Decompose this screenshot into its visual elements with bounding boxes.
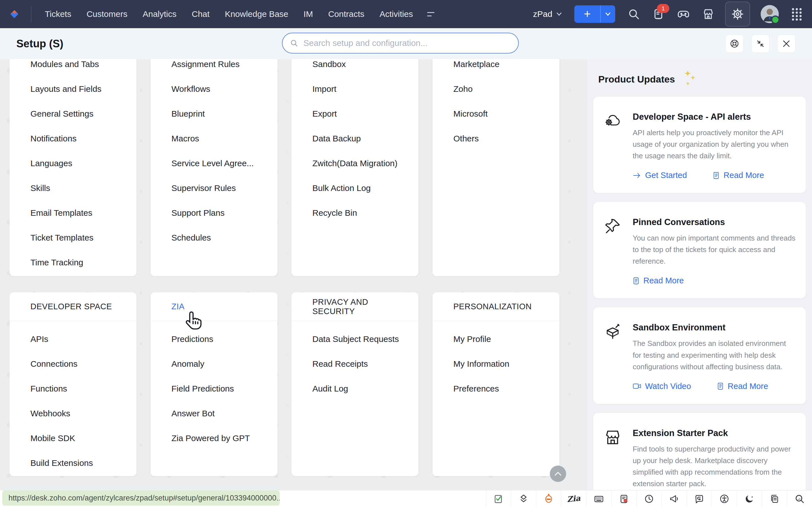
help-lifebuoy-button[interactable] [725,34,744,53]
user-avatar[interactable] [761,5,779,23]
menu-item-microsoft[interactable]: Microsoft [433,101,559,126]
menu-item-zoho[interactable]: Zoho [433,76,559,101]
menu-item-apis[interactable]: APIs [10,327,137,351]
department-selector[interactable]: zPad [533,9,562,19]
feeds-icon[interactable]: 1 [652,8,665,20]
app-window: Tickets Customers Analytics Chat Knowled… [0,0,812,507]
menu-item-my-information[interactable]: My Information [433,351,559,376]
section-header-developer-space[interactable]: DEVELOPER SPACE [10,292,137,321]
nav-tab-im[interactable]: IM [304,9,313,19]
menu-item-service-level-agreements[interactable]: Service Level Agree... [151,151,277,176]
menu-item-anomaly[interactable]: Anomaly [151,351,277,376]
menu-item-bulk-action-log[interactable]: Bulk Action Log [292,176,418,201]
nav-tab-activities[interactable]: Activities [379,9,413,19]
keyboard-icon[interactable] [586,490,611,507]
zoom-search-icon[interactable] [787,490,812,507]
setup-menu-lower-row: DEVELOPER SPACE APIs Connections Functio… [10,292,559,476]
menu-item-time-tracking[interactable]: Time Tracking [10,250,137,275]
quick-create-button[interactable]: + [574,5,615,23]
menu-item-workflows[interactable]: Workflows [151,76,277,101]
nav-tab-contracts[interactable]: Contracts [328,9,364,19]
scroll-to-top-button[interactable] [550,466,566,482]
menu-item-support-plans[interactable]: Support Plans [151,201,277,225]
menu-item-connections[interactable]: Connections [10,351,137,376]
menu-item-others[interactable]: Others [433,126,559,151]
tasks-checkbox-icon[interactable] [486,490,511,507]
layers-icon[interactable] [511,490,536,507]
notes-alert-icon[interactable] [611,490,637,507]
section-header-privacy-and-security[interactable]: PRIVACY AND SECURITY [292,292,418,321]
read-more-link[interactable]: Read More [717,382,768,391]
menu-item-skills[interactable]: Skills [10,176,137,201]
global-search-icon[interactable] [627,8,640,20]
menu-item-import[interactable]: Import [292,76,418,101]
setup-gear-button[interactable] [725,2,750,26]
menu-item-ticket-templates[interactable]: Ticket Templates [10,225,137,250]
collapse-button[interactable] [751,34,770,53]
read-more-link[interactable]: Read More [713,171,764,180]
apps-grid-icon[interactable] [791,7,802,21]
zoho-desk-logo-icon[interactable] [8,8,21,20]
menu-item-assignment-rules[interactable]: Assignment Rules [151,59,277,76]
zia-signature-icon[interactable]: Zia [561,490,586,507]
menu-item-general-settings[interactable]: General Settings [10,101,137,126]
marketplace-icon[interactable] [702,8,714,20]
menu-item-email-templates[interactable]: Email Templates [10,201,137,225]
gamescope-icon[interactable] [677,8,690,20]
menu-item-zia-powered-by-gpt[interactable]: Zia Powered by GPT [151,426,277,451]
setup-search-input[interactable] [303,38,511,48]
watch-video-link[interactable]: Watch Video [633,382,691,391]
nav-tab-knowledge-base[interactable]: Knowledge Base [225,9,288,19]
menu-item-webhooks[interactable]: Webhooks [10,401,137,426]
menu-item-read-receipts[interactable]: Read Receipts [292,351,418,376]
menu-item-predictions[interactable]: Predictions [151,327,277,351]
copy-pages-icon[interactable] [762,490,787,507]
link-preview-tooltip: https://desk.zoho.com/agent/zylcares/zpa… [2,490,280,506]
menu-item-data-subject-requests[interactable]: Data Subject Requests [292,327,418,351]
clock-icon[interactable] [637,490,661,507]
nav-tab-tickets[interactable]: Tickets [45,9,71,19]
close-button[interactable] [777,34,796,53]
menu-item-sandbox[interactable]: Sandbox [292,59,418,76]
conversation-refresh-icon[interactable] [687,490,712,507]
menu-item-languages[interactable]: Languages [10,151,137,176]
menu-item-marketplace[interactable]: Marketplace [433,59,559,76]
menu-item-notifications[interactable]: Notifications [10,126,137,151]
menu-item-blueprint[interactable]: Blueprint [151,101,277,126]
menu-item-mobile-sdk[interactable]: Mobile SDK [10,426,137,451]
announcement-icon[interactable] [661,490,687,507]
nav-more-icon[interactable] [427,12,436,16]
menu-item-field-predictions[interactable]: Field Predictions [151,376,277,401]
menu-item-my-profile[interactable]: My Profile [433,327,559,351]
setup-search-bar[interactable] [282,33,519,54]
menu-item-macros[interactable]: Macros [151,126,277,151]
nav-tab-chat[interactable]: Chat [192,9,209,19]
menu-item-layouts-and-fields[interactable]: Layouts and Fields [10,76,137,101]
accessibility-icon[interactable] [712,490,737,507]
get-started-link[interactable]: Get Started [633,171,687,180]
menu-item-zwitch-data-migration[interactable]: Zwitch(Data Migration) [292,151,418,176]
menu-item-supervisor-rules[interactable]: Supervisor Rules [151,176,277,201]
quick-create-caret-icon[interactable] [601,5,615,23]
menu-item-answer-bot[interactable]: Answer Bot [151,401,277,426]
menu-item-export[interactable]: Export [292,101,418,126]
update-card-pinned-conversations: Pinned Conversations You can now pin imp… [593,202,806,298]
menu-item-functions[interactable]: Functions [10,376,137,401]
zia-bot-icon[interactable] [536,490,561,507]
sparkle-icon: ✦ [691,74,695,81]
plus-icon[interactable]: + [574,5,600,23]
read-more-link[interactable]: Read More [633,276,684,285]
menu-item-data-backup[interactable]: Data Backup [292,126,418,151]
section-header-personalization[interactable]: PERSONALIZATION [433,292,559,321]
status-bar-tools: Zia [486,490,812,507]
nav-tab-analytics[interactable]: Analytics [143,9,176,19]
menu-item-build-extensions[interactable]: Build Extensions [10,451,137,475]
section-header-zia[interactable]: ZIA [151,292,277,321]
menu-item-schedules[interactable]: Schedules [151,225,277,250]
menu-item-preferences[interactable]: Preferences [433,376,559,401]
dark-mode-moon-icon[interactable] [737,490,762,507]
menu-item-recycle-bin[interactable]: Recycle Bin [292,201,418,225]
nav-tab-customers[interactable]: Customers [87,9,128,19]
menu-item-audit-log[interactable]: Audit Log [292,376,418,401]
menu-item-modules-and-tabs[interactable]: Modules and Tabs [10,59,137,76]
